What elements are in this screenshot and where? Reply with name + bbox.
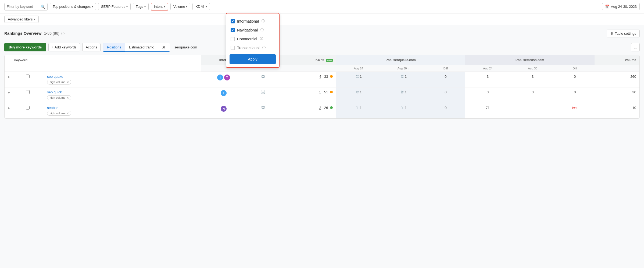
volume-filter[interactable]: Volume ▾ (170, 3, 190, 10)
pos-seo-aug24: 1 (360, 106, 362, 110)
keyword-link[interactable]: seo quick (47, 90, 62, 94)
volume-value: 260 (630, 75, 636, 79)
table-row: ▶ seo quick high volume ✕ I (5, 87, 639, 103)
tag-remove-icon[interactable]: ✕ (67, 96, 69, 99)
link-icon: ⛓ (355, 75, 359, 79)
tab-sf[interactable]: SF (158, 43, 170, 51)
view-tab-group: Positions Estimated traffic SF (103, 43, 170, 52)
transactional-checkbox[interactable] (231, 46, 235, 50)
pos-sem-aug30: 3 (532, 90, 534, 94)
chevron-down-icon: ▾ (126, 5, 128, 8)
table-row: ▶ seo quake high volume ✕ I T (5, 72, 639, 87)
navigational-checkbox[interactable] (231, 28, 235, 32)
row-expander[interactable]: ▶ (8, 75, 10, 78)
advanced-filters-label: Advanced filters (8, 17, 33, 21)
pos-seo-aug30: 1 (405, 106, 407, 110)
date-label: Aug 24-30, 2023 (611, 5, 637, 9)
row-checkbox[interactable] (26, 90, 30, 94)
kd-value: 3 (319, 106, 321, 110)
rankings-table: Keyword Intent SF KD % new Pos. seoquake… (4, 55, 640, 119)
buy-more-keywords-button[interactable]: Buy more keywords (4, 43, 46, 51)
keyword-col-header: Keyword (14, 58, 27, 62)
action-bar: Buy more keywords + Add keywords Actions… (4, 41, 640, 55)
pos-seo-aug30: 1 (405, 90, 407, 94)
sort-icon: ↕ (408, 67, 410, 70)
tag-remove-icon[interactable]: ✕ (67, 112, 69, 115)
tag-remove-icon[interactable]: ✕ (67, 81, 69, 84)
pos-sem-aug24: 71 (486, 106, 489, 110)
commercial-option[interactable]: Commercial ⓘ (230, 34, 276, 43)
top-positions-filter[interactable]: Top positions & changes ▾ (50, 3, 96, 10)
sf-image-icon: 🖼 (261, 90, 265, 94)
search-box[interactable]: 🔍 (4, 3, 48, 10)
volume-label: Volume (173, 5, 185, 9)
pos-seo-aug30: 1 (405, 75, 407, 79)
intent-badge-n: N (221, 106, 227, 112)
apply-button[interactable]: Apply (230, 54, 276, 64)
table-settings-label: Table settings (615, 31, 636, 36)
chevron-down-icon: ▾ (34, 18, 35, 21)
kd-score: 51 (324, 90, 328, 94)
keyword-link[interactable]: seo quake (47, 75, 63, 79)
aug24-seoquake-header: Aug 24 (336, 65, 381, 72)
info-icon: ⓘ (262, 45, 266, 50)
tag-badge: high volume ✕ (47, 80, 71, 84)
more-button[interactable]: ... (631, 43, 640, 51)
volume-col-header: Volume (595, 55, 639, 65)
tab-positions[interactable]: Positions (103, 43, 125, 51)
informational-checkbox[interactable] (231, 19, 235, 23)
pos-sem-aug24: 3 (487, 75, 489, 79)
serp-features-filter[interactable]: SERP Features ▾ (98, 3, 131, 10)
date-picker[interactable]: 📅 Aug 24-30, 2023 (602, 3, 640, 10)
row-checkbox[interactable] (26, 75, 30, 78)
select-all-checkbox[interactable] (8, 58, 11, 61)
top-positions-label: Top positions & changes (53, 5, 91, 9)
link-icon: ⛓ (355, 90, 359, 94)
kd-col-header: KD % new (280, 55, 336, 65)
kd-score: 26 (324, 106, 328, 110)
tab-estimated-traffic[interactable]: Estimated traffic (125, 43, 158, 51)
keyword-link[interactable]: seobar (47, 106, 58, 110)
section-title: Rankings Overview (4, 31, 41, 36)
info-icon: ⓘ (61, 32, 65, 36)
transactional-option[interactable]: Transactional ⓘ (230, 43, 276, 52)
commercial-checkbox[interactable] (231, 37, 235, 41)
intent-filter[interactable]: Intent ▾ (151, 3, 169, 10)
intent-badge-i: I (221, 90, 227, 96)
calendar-icon: 📅 (605, 5, 609, 9)
advanced-filters-btn[interactable]: Advanced filters ▾ (4, 16, 39, 23)
search-input[interactable] (7, 5, 39, 9)
tag-label: high volume (49, 96, 65, 99)
table-settings-button[interactable]: ⚙ Table settings (607, 30, 640, 37)
row-expander[interactable]: ▶ (8, 91, 10, 94)
actions-button[interactable]: Actions (82, 43, 101, 51)
aug24-semrush-header: Aug 24 (465, 65, 510, 72)
kd-dot (330, 106, 333, 109)
tags-label: Tags (136, 5, 143, 9)
kd-value: 4 (319, 75, 321, 79)
navigational-label: Navigational (237, 28, 258, 32)
row-expander[interactable]: ▶ (8, 106, 10, 110)
section-title-group: Rankings Overview 1-86 (86) ⓘ (4, 31, 65, 36)
sf-image-icon: 🖼 (261, 75, 265, 79)
row-checkbox[interactable] (26, 106, 30, 110)
pos-sem-aug30: — (531, 106, 534, 110)
navigational-option[interactable]: Navigational ⓘ (230, 26, 276, 34)
main-toolbar: 🔍 Top positions & changes ▾ SERP Feature… (0, 0, 644, 13)
aug30-seoquake-header: Aug 30 ↕ (381, 65, 426, 72)
kd-new-badge: new (326, 59, 333, 62)
tag-badge: high volume ✕ (47, 111, 71, 116)
intent-badge-i: I (217, 75, 223, 80)
pos-sem-aug30: 3 (532, 75, 534, 79)
kd-dot (330, 75, 333, 78)
info-icon: ⓘ (260, 37, 263, 41)
pos-seo-diff: 0 (445, 75, 446, 79)
chevron-down-icon: ▾ (206, 5, 207, 8)
kd-filter[interactable]: KD % ▾ (192, 3, 210, 10)
add-keywords-button[interactable]: + Add keywords (48, 43, 80, 51)
intent-label: Intent (154, 5, 163, 9)
domain-label: seoquake.com (174, 45, 197, 49)
tags-filter[interactable]: Tags ▾ (133, 3, 148, 10)
second-toolbar: Advanced filters ▾ (0, 13, 644, 25)
informational-option[interactable]: Informational ⓘ (230, 17, 276, 26)
